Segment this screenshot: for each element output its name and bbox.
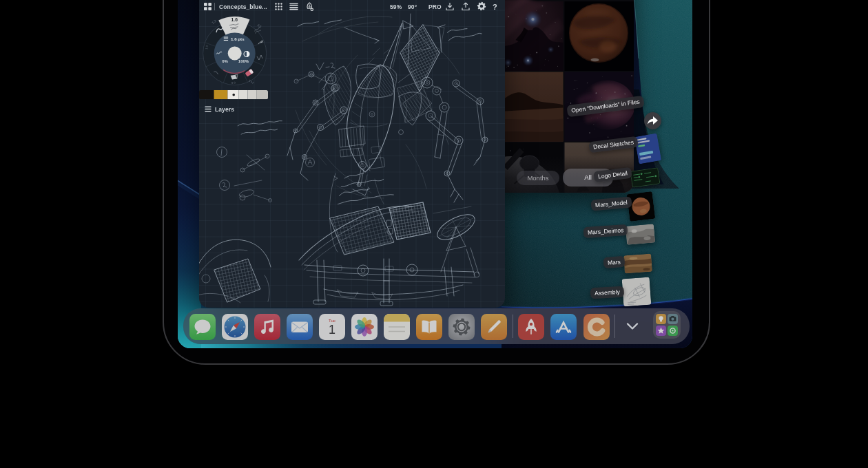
svg-text:1: 1 (329, 323, 335, 337)
svg-text:3.5: 3.5 (256, 23, 262, 29)
svg-text:6.8: 6.8 (231, 81, 236, 85)
svg-text:1.6 pts: 1.6 pts (231, 36, 245, 41)
svg-text:100%: 100% (238, 59, 249, 63)
svg-text:0%: 0% (222, 59, 228, 63)
svg-text:1.6: 1.6 (231, 17, 238, 22)
svg-text:1.3: 1.3 (211, 19, 217, 25)
